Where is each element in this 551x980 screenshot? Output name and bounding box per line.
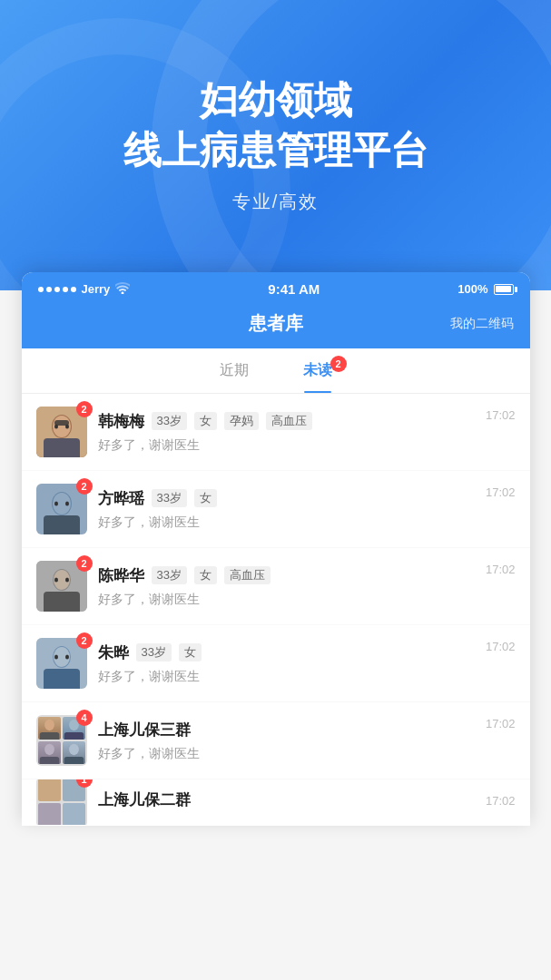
patient-name: 朱晔 <box>98 642 129 663</box>
patient-message: 好多了，谢谢医生 <box>98 746 475 762</box>
group-avatar-cell-3 <box>38 741 61 764</box>
patient-tag-preg: 孕妈 <box>224 412 259 430</box>
svg-rect-32 <box>64 757 83 764</box>
patient-tag-age: 33岁 <box>152 412 187 430</box>
svg-rect-2 <box>44 438 80 457</box>
svg-rect-28 <box>64 732 83 740</box>
patient-tags-row: 上海儿保二群 <box>98 789 475 810</box>
table-row[interactable]: 4 上海儿保三群 好多了，谢谢医生 17:02 <box>22 702 530 779</box>
patient-tag-gender: 女 <box>194 566 217 584</box>
hero-section: 妇幼领域 线上病患管理平台 专业/高效 <box>0 0 551 290</box>
avatar-wrap: 2 <box>36 407 87 457</box>
nav-bar: 患者库 我的二维码 <box>22 302 530 348</box>
unread-badge: 2 <box>76 555 93 572</box>
patient-tags-row: 陈晔华 33岁 女 高血压 <box>98 565 475 586</box>
avatar-wrap: 2 <box>36 561 87 612</box>
patient-time: 17:02 <box>486 715 516 730</box>
patient-name: 韩梅梅 <box>98 411 144 432</box>
svg-point-23 <box>54 655 58 660</box>
patient-message: 好多了，谢谢医生 <box>98 669 475 685</box>
patient-time: 17:02 <box>486 561 516 576</box>
svg-point-11 <box>54 502 58 506</box>
patient-time: 17:02 <box>486 638 516 653</box>
svg-rect-26 <box>39 732 58 740</box>
patient-info: 朱晔 33岁 女 好多了，谢谢医生 <box>98 642 475 685</box>
patient-time: 17:02 <box>486 407 516 422</box>
patient-time: 17:02 <box>486 484 516 499</box>
patient-info: 韩梅梅 33岁 女 孕妈 高血压 好多了，谢谢医生 <box>98 411 475 454</box>
avatar-wrap: 4 <box>36 715 87 766</box>
table-row[interactable]: 1 上海儿保二群 17:02 <box>22 779 530 825</box>
signal-dots <box>38 287 76 292</box>
battery-body <box>494 284 514 295</box>
status-time: 9:41 AM <box>268 281 320 297</box>
unread-tab-badge: 2 <box>330 356 347 372</box>
svg-rect-21 <box>44 669 80 689</box>
unread-badge: 4 <box>76 710 93 726</box>
patient-message: 好多了，谢谢医生 <box>98 514 475 531</box>
nav-title: 患者库 <box>102 311 450 336</box>
patient-name: 上海儿保三群 <box>98 720 191 740</box>
battery-icon <box>494 284 514 295</box>
patient-tags-row: 朱晔 33岁 女 <box>98 642 475 663</box>
patient-tag-gender: 女 <box>194 489 217 507</box>
patient-list: 2 韩梅梅 33岁 女 孕妈 高血压 好多了，谢谢医生 17:02 <box>22 394 530 825</box>
svg-point-24 <box>65 655 69 660</box>
signal-dot-2 <box>46 287 52 292</box>
svg-point-25 <box>44 720 54 731</box>
status-left: Jerry <box>38 282 131 297</box>
hero-subtitle: 专业/高效 <box>232 190 320 214</box>
carrier-name: Jerry <box>82 282 111 296</box>
patient-info: 方晔瑶 33岁 女 好多了，谢谢医生 <box>98 488 475 531</box>
phone-frame: Jerry 9:41 AM 100% 患者库 我的二维码 <box>22 272 530 826</box>
table-row[interactable]: 2 韩梅梅 33岁 女 孕妈 高血压 好多了，谢谢医生 17:02 <box>22 394 530 470</box>
group-avatar-cell-1 <box>38 717 61 740</box>
patient-name: 陈晔华 <box>98 565 144 586</box>
unread-badge: 2 <box>76 632 93 649</box>
unread-badge: 2 <box>76 478 93 495</box>
nav-qr-button[interactable]: 我的二维码 <box>450 316 514 332</box>
signal-dot-4 <box>63 287 68 292</box>
svg-point-17 <box>54 578 58 583</box>
tab-recent[interactable]: 近期 <box>192 348 276 393</box>
battery-percent: 100% <box>458 282 487 296</box>
patient-tag-condition: 高血压 <box>266 412 312 430</box>
patient-tag-age: 33岁 <box>152 566 187 584</box>
patient-info: 陈晔华 33岁 女 高血压 好多了，谢谢医生 <box>98 565 475 608</box>
svg-point-18 <box>65 578 69 583</box>
svg-point-29 <box>44 744 54 756</box>
status-bar: Jerry 9:41 AM 100% <box>22 272 530 302</box>
status-right: 100% <box>458 282 513 296</box>
patient-tags-row: 方晔瑶 33岁 女 <box>98 488 475 509</box>
patient-tag-condition: 高血压 <box>224 566 271 584</box>
svg-point-12 <box>65 502 69 506</box>
patient-name: 方晔瑶 <box>98 488 144 509</box>
signal-dot-1 <box>38 287 44 292</box>
patient-tags-row: 上海儿保三群 <box>98 720 475 740</box>
patient-tag-age: 33岁 <box>152 489 187 507</box>
patient-tags-row: 韩梅梅 33岁 女 孕妈 高血压 <box>98 411 475 432</box>
patient-name: 上海儿保二群 <box>98 789 191 810</box>
patient-tag-gender: 女 <box>179 643 202 662</box>
wifi-icon <box>115 282 130 297</box>
patient-message: 好多了，谢谢医生 <box>98 437 475 454</box>
battery-fill <box>496 286 511 292</box>
patient-info: 上海儿保三群 好多了，谢谢医生 <box>98 720 475 762</box>
unread-badge: 2 <box>76 401 93 417</box>
signal-dot-3 <box>54 287 60 292</box>
svg-point-5 <box>54 425 58 429</box>
table-row[interactable]: 2 陈晔华 33岁 女 高血压 好多了，谢谢医生 17:02 <box>22 548 530 624</box>
svg-rect-9 <box>44 515 80 534</box>
avatar-wrap: 2 <box>36 484 87 534</box>
svg-rect-30 <box>39 757 58 764</box>
patient-tag-gender: 女 <box>194 412 217 430</box>
svg-point-6 <box>65 425 69 429</box>
patient-tag-age: 33岁 <box>136 643 172 662</box>
table-row[interactable]: 2 朱晔 33岁 女 好多了，谢谢医生 17:02 <box>22 625 530 701</box>
signal-dot-5 <box>71 287 76 292</box>
svg-rect-15 <box>44 592 80 612</box>
avatar-wrap: 1 <box>36 779 87 825</box>
tab-unread[interactable]: 未读 2 <box>276 348 359 393</box>
table-row[interactable]: 2 方晔瑶 33岁 女 好多了，谢谢医生 17:02 <box>22 471 530 547</box>
svg-point-31 <box>69 744 79 756</box>
